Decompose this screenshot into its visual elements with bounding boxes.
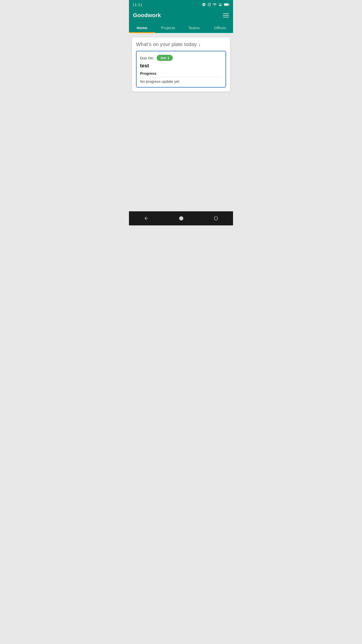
due-label: Due On:: [140, 56, 154, 60]
android-nav-bar: [129, 211, 233, 225]
svg-rect-3: [221, 4, 222, 6]
svg-rect-6: [224, 4, 228, 5]
hamburger-line-3: [223, 17, 229, 17]
tab-home-label: Home: [137, 26, 147, 30]
back-icon: [144, 216, 149, 221]
section-title: What's on your plate today ↓: [136, 42, 226, 47]
tab-offices-label: Offices: [214, 26, 226, 30]
signal-icon: [218, 3, 222, 7]
app-header: Goodwork: [129, 9, 233, 22]
progress-label: Progress: [140, 71, 222, 75]
settings-icon: [202, 3, 206, 7]
back-button[interactable]: [144, 216, 149, 221]
status-bar: 11:21: [129, 0, 233, 9]
tab-offices[interactable]: Offices: [207, 22, 233, 33]
task-name: test: [140, 63, 222, 69]
svg-rect-1: [220, 5, 220, 6]
battery-icon: [224, 3, 230, 6]
sim-card-icon: [207, 3, 211, 7]
status-time: 11:21: [132, 3, 143, 7]
tab-projects[interactable]: Projects: [155, 22, 181, 33]
hamburger-line-1: [223, 13, 229, 14]
card-container: What's on your plate today ↓ Due On: Jun…: [132, 37, 230, 92]
status-icons: [202, 3, 230, 7]
tab-home[interactable]: Home: [129, 22, 155, 33]
svg-rect-8: [214, 217, 217, 220]
tab-teams-label: Teams: [188, 26, 200, 30]
wifi-icon: [212, 3, 217, 7]
home-button[interactable]: [179, 216, 184, 221]
svg-point-7: [179, 216, 184, 221]
app-title: Goodwork: [133, 12, 161, 19]
tab-projects-label: Projects: [161, 26, 175, 30]
tab-bar: Home Projects Teams Offices: [129, 22, 233, 33]
hamburger-menu-button[interactable]: [223, 13, 229, 17]
svg-rect-0: [219, 5, 219, 6]
tab-teams[interactable]: Teams: [181, 22, 207, 33]
svg-rect-2: [220, 4, 221, 6]
task-card[interactable]: Due On: Jun 1 test Progress No progress …: [136, 51, 226, 88]
hamburger-line-2: [223, 15, 229, 16]
recents-button[interactable]: [214, 216, 218, 221]
due-date-row: Due On: Jun 1: [140, 55, 222, 61]
progress-text: No progress update yet: [140, 79, 222, 84]
svg-rect-5: [229, 4, 229, 5]
due-date-badge: Jun 1: [157, 55, 173, 61]
progress-divider: [140, 77, 222, 77]
recents-icon: [214, 216, 218, 221]
home-circle-icon: [179, 216, 184, 221]
main-content: What's on your plate today ↓ Due On: Jun…: [129, 33, 233, 211]
